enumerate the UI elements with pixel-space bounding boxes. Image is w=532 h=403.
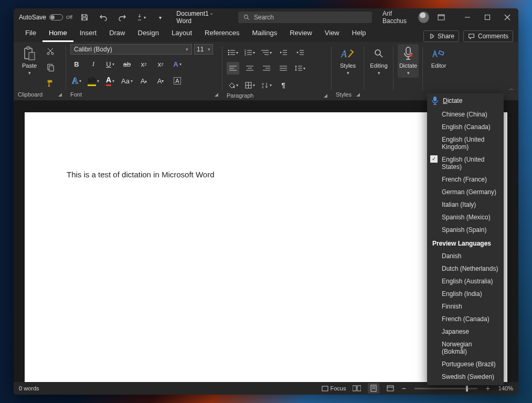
web-layout-button[interactable] — [385, 383, 396, 394]
editing-button[interactable]: Editing ▾ — [368, 44, 389, 78]
language-option[interactable]: English (India) — [427, 288, 504, 300]
language-option[interactable]: Spanish (Spain) — [427, 224, 504, 236]
tab-help[interactable]: Help — [346, 26, 373, 42]
search-input[interactable]: Search — [238, 12, 372, 23]
format-painter-button[interactable] — [44, 77, 57, 89]
language-option[interactable]: Italian (Italy) — [427, 198, 504, 211]
decrease-indent-button[interactable] — [277, 46, 290, 59]
tab-insert[interactable]: Insert — [73, 26, 103, 42]
numbering-button[interactable]: 123 — [243, 46, 256, 59]
language-option[interactable]: English (Australia) — [427, 275, 504, 288]
tab-file[interactable]: File — [19, 26, 42, 42]
language-option[interactable]: English (United States) — [427, 153, 504, 173]
language-option[interactable]: English (Canada) — [427, 121, 504, 133]
tab-review[interactable]: Review — [283, 26, 318, 42]
clear-formatting-button[interactable]: A — [171, 75, 184, 87]
language-option[interactable]: French (Canada) — [427, 313, 504, 325]
sort-button[interactable]: AZ — [260, 79, 273, 91]
collapse-ribbon-button[interactable]: ︿ — [509, 85, 514, 92]
zoom-slider[interactable] — [414, 388, 477, 389]
subscript-button[interactable]: x2 — [137, 58, 150, 70]
autosave-toggle[interactable]: AutoSave Off — [19, 14, 72, 21]
save-button[interactable] — [78, 10, 91, 25]
editor-button[interactable]: Editor — [427, 44, 450, 71]
shrink-font-button[interactable]: A▾ — [154, 75, 167, 87]
paste-button[interactable]: Paste ▾ — [18, 44, 41, 78]
word-count[interactable]: 0 words — [19, 385, 39, 391]
language-option[interactable]: English (United Kingdom) — [427, 133, 504, 153]
highlight-button[interactable]: ab — [87, 75, 100, 87]
line-spacing-button[interactable] — [294, 62, 306, 75]
undo-button[interactable] — [97, 10, 110, 25]
font-launcher[interactable]: ◢ — [215, 92, 218, 97]
styles-button[interactable]: A Styles ▾ — [336, 44, 360, 78]
underline-button[interactable]: U — [104, 58, 116, 70]
language-option[interactable]: Chinese (China) — [427, 108, 504, 121]
read-mode-button[interactable] — [351, 383, 363, 394]
tab-home[interactable]: Home — [42, 26, 73, 42]
qat-customize-button[interactable]: ▾ — [153, 10, 167, 25]
language-option[interactable]: Danish — [427, 250, 504, 262]
change-case-button[interactable]: Aa — [121, 75, 133, 87]
bullets-button[interactable] — [227, 46, 239, 59]
language-option[interactable]: Swedish (Sweden) — [427, 370, 504, 383]
font-color-button[interactable]: A — [104, 75, 116, 87]
multilevel-list-button[interactable] — [260, 46, 273, 59]
align-center-button[interactable] — [243, 62, 256, 75]
text-effects-button[interactable]: A — [171, 58, 184, 70]
shading-button[interactable] — [227, 79, 239, 91]
text-outline-button[interactable]: A — [70, 75, 83, 87]
bullets-icon — [228, 49, 235, 56]
maximize-button[interactable] — [477, 9, 497, 25]
clipboard-launcher[interactable]: ◢ — [58, 92, 62, 97]
minimize-button[interactable] — [457, 9, 477, 25]
align-left-button[interactable] — [227, 62, 239, 75]
italic-button[interactable]: I — [87, 58, 100, 70]
tab-mailings[interactable]: Mailings — [246, 26, 284, 42]
grow-font-button[interactable]: A▴ — [137, 75, 150, 87]
redo-button[interactable] — [115, 10, 129, 25]
tab-design[interactable]: Design — [132, 26, 165, 42]
language-option[interactable]: German (Germany) — [427, 186, 504, 198]
close-button[interactable] — [497, 9, 517, 25]
paragraph-group-label: Paragraph — [227, 92, 253, 99]
superscript-button[interactable]: x2 — [154, 58, 167, 70]
borders-button[interactable] — [243, 79, 256, 91]
show-marks-button[interactable]: ¶ — [277, 79, 290, 91]
print-layout-button[interactable] — [368, 383, 379, 394]
cut-button[interactable] — [44, 45, 57, 58]
language-option[interactable]: Portuguese (Brazil) — [427, 358, 504, 370]
touch-mode-button[interactable]: ▾ — [134, 10, 148, 25]
copy-button[interactable] — [44, 61, 57, 73]
ribbon-display-button[interactable] — [434, 10, 448, 25]
account-button[interactable]: Arif Bacchus — [382, 10, 429, 25]
tab-references[interactable]: References — [198, 26, 246, 42]
language-option[interactable]: French (France) — [427, 173, 504, 186]
zoom-out-button[interactable]: − — [401, 384, 406, 393]
tab-draw[interactable]: Draw — [103, 26, 131, 42]
justify-button[interactable] — [277, 62, 290, 75]
language-option[interactable]: Dutch (Netherlands) — [427, 262, 504, 275]
language-option[interactable]: Japanese — [427, 325, 504, 338]
bold-button[interactable]: B — [70, 58, 83, 70]
strikethrough-button[interactable]: ab — [121, 58, 133, 70]
align-right-button[interactable] — [260, 62, 273, 75]
zoom-level[interactable]: 140% — [498, 385, 513, 391]
dictate-menu-header[interactable]: Dictate — [427, 93, 504, 108]
slider-thumb[interactable] — [466, 386, 468, 391]
share-button[interactable]: Share — [423, 30, 459, 42]
styles-launcher[interactable]: ◢ — [356, 92, 360, 97]
language-option[interactable]: Spanish (Mexico) — [427, 211, 504, 224]
paragraph-launcher[interactable]: ◢ — [324, 93, 327, 98]
font-size-combo[interactable]: 11▾ — [194, 44, 213, 55]
zoom-in-button[interactable]: + — [486, 384, 490, 393]
font-name-combo[interactable]: Calibri (Body)▾ — [70, 44, 192, 55]
language-option[interactable]: Norwegian (Bokmål) — [427, 338, 504, 358]
increase-indent-button[interactable] — [294, 46, 306, 59]
comments-button[interactable]: Comments — [463, 30, 513, 42]
tab-view[interactable]: View — [318, 26, 346, 42]
focus-mode-button[interactable]: Focus — [322, 383, 346, 394]
language-option[interactable]: Finnish — [427, 300, 504, 313]
dictate-button[interactable]: Dictate ▾ — [398, 44, 419, 78]
tab-layout[interactable]: Layout — [165, 26, 198, 42]
